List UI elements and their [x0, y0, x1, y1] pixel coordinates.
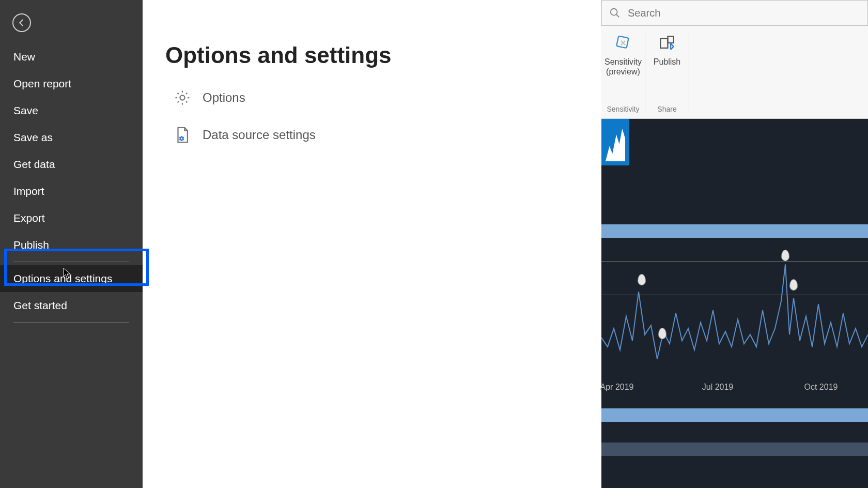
sensitivity-icon — [614, 34, 632, 52]
data-source-settings-label: Data source settings — [203, 128, 316, 142]
chart-x-label: Apr 2019 — [600, 383, 634, 392]
options-label: Options — [203, 90, 245, 105]
svg-rect-5 — [668, 36, 673, 43]
ribbon-publish[interactable]: Publish Share — [645, 26, 689, 118]
svg-point-2 — [611, 9, 617, 16]
report-thumbnail-icon — [601, 119, 629, 165]
chart-marker[interactable] — [781, 250, 789, 261]
document-gear-icon — [174, 126, 191, 144]
page-title: Options and settings — [165, 42, 601, 68]
publish-icon — [658, 34, 676, 52]
ribbon-separator-2 — [689, 31, 689, 113]
menu-get-data[interactable]: Get data — [0, 151, 143, 178]
svg-point-0 — [180, 95, 184, 100]
menu-new[interactable]: New — [0, 43, 143, 70]
ribbon: Sensitivity (preview) Sensitivity Publis… — [601, 26, 868, 119]
menu-import[interactable]: Import — [0, 178, 143, 205]
report-canvas: Apr 2019 Jul 2019 Oct 2019 — [601, 119, 868, 488]
ribbon-publish-label: Publish — [654, 57, 680, 67]
menu-separator-1 — [13, 262, 129, 262]
ribbon-sensitivity-label: Sensitivity (preview) — [605, 57, 642, 77]
report-band-3 — [601, 443, 868, 456]
chart-line-series — [601, 243, 868, 377]
ribbon-sensitivity[interactable]: Sensitivity (preview) Sensitivity — [601, 26, 645, 118]
timeseries-chart: Apr 2019 Jul 2019 Oct 2019 — [601, 243, 868, 377]
back-button[interactable] — [12, 13, 31, 32]
svg-point-1 — [180, 137, 183, 140]
chart-marker[interactable] — [789, 279, 798, 291]
chart-x-label: Jul 2019 — [702, 383, 734, 392]
menu-export[interactable]: Export — [0, 205, 143, 232]
app-root: New Open report Save Save as Get data Im… — [0, 0, 868, 488]
ribbon-sensitivity-group: Sensitivity — [607, 105, 639, 116]
back-arrow-icon — [17, 18, 26, 27]
svg-rect-4 — [660, 39, 668, 48]
ribbon-publish-group: Share — [657, 105, 676, 116]
chart-x-label: Oct 2019 — [804, 383, 838, 392]
chart-marker[interactable] — [638, 274, 646, 285]
options-item[interactable]: Options — [174, 89, 601, 106]
report-band-2 — [601, 408, 868, 422]
menu-publish[interactable]: Publish — [0, 232, 143, 258]
menu-get-started[interactable]: Get started — [0, 292, 143, 319]
gear-icon — [174, 89, 191, 106]
menu-separator-2 — [13, 322, 129, 323]
menu-options-and-settings[interactable]: Options and settings — [0, 265, 143, 292]
menu-open-report[interactable]: Open report — [0, 70, 143, 97]
report-band-1 — [601, 224, 868, 238]
content-panel: Options and settings Options Data source… — [143, 0, 601, 488]
search-icon — [609, 7, 621, 19]
file-menu-sidebar: New Open report Save Save as Get data Im… — [0, 0, 143, 488]
search-input[interactable] — [628, 7, 860, 19]
search-bar[interactable] — [601, 0, 868, 26]
chart-marker[interactable] — [658, 328, 667, 339]
data-source-settings-item[interactable]: Data source settings — [174, 126, 601, 144]
menu-save-as[interactable]: Save as — [0, 124, 143, 151]
menu-save[interactable]: Save — [0, 97, 143, 124]
